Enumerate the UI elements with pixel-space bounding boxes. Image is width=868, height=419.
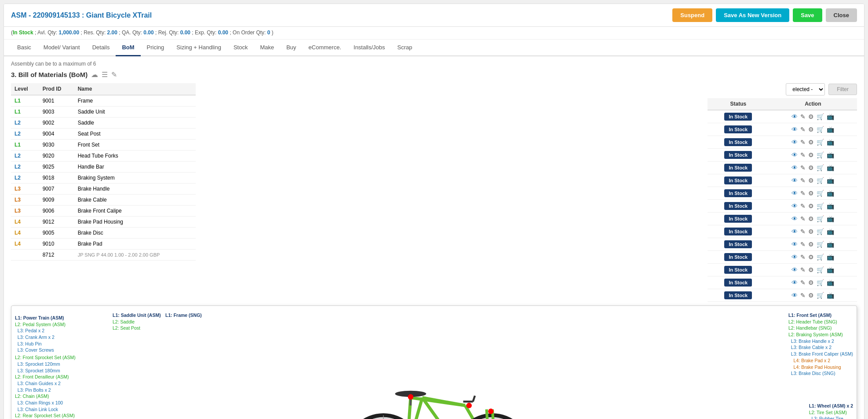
screen-icon[interactable]: 📺 [827, 190, 834, 197]
screen-icon[interactable]: 📺 [827, 292, 834, 299]
pencil-icon[interactable]: ✎ [800, 164, 806, 171]
pencil-icon[interactable]: ✎ [800, 139, 806, 146]
pencil-icon[interactable]: ✎ [800, 215, 806, 222]
pencil-icon[interactable]: ✎ [800, 190, 806, 197]
settings-icon[interactable]: ⚙ [808, 190, 814, 197]
filter-button[interactable]: Filter [828, 84, 857, 95]
pencil-icon[interactable]: ✎ [800, 254, 806, 261]
screen-icon[interactable]: 📺 [827, 177, 834, 184]
view-icon[interactable]: 👁 [791, 202, 798, 210]
cart-icon[interactable]: 🛒 [817, 151, 824, 158]
cart-icon[interactable]: 🛒 [817, 254, 824, 261]
tab-ecommerce[interactable]: eCommerce. [303, 40, 347, 56]
screen-icon[interactable]: 📺 [827, 139, 834, 146]
cart-icon[interactable]: 🛒 [817, 228, 824, 235]
selected-dropdown[interactable]: elected - [786, 83, 825, 96]
tab-make[interactable]: Make [254, 40, 280, 56]
list-icon[interactable]: ☰ [102, 70, 108, 79]
view-icon[interactable]: 👁 [791, 190, 798, 197]
view-icon[interactable]: 👁 [791, 113, 798, 120]
pencil-icon[interactable]: ✎ [800, 113, 806, 120]
screen-icon[interactable]: 📺 [827, 254, 834, 261]
view-icon[interactable]: 👁 [791, 266, 798, 273]
cart-icon[interactable]: 🛒 [817, 113, 824, 120]
screen-icon[interactable]: 📺 [827, 151, 834, 158]
cart-icon[interactable]: 🛒 [817, 164, 824, 171]
pencil-icon[interactable]: ✎ [800, 279, 806, 286]
tab-stock[interactable]: Stock [227, 40, 254, 56]
cart-icon[interactable]: 🛒 [817, 190, 824, 197]
settings-icon[interactable]: ⚙ [808, 139, 814, 146]
table-row: In Stock 👁 ✎ ⚙ 🛒 📺 [708, 174, 857, 187]
screen-icon[interactable]: 📺 [827, 279, 834, 286]
tab-pricing[interactable]: Pricing [141, 40, 171, 56]
cart-icon[interactable]: 🛒 [817, 215, 824, 222]
screen-icon[interactable]: 📺 [827, 202, 834, 210]
settings-icon[interactable]: ⚙ [808, 228, 814, 235]
tab-model-variant[interactable]: Model/ Variant [37, 40, 86, 56]
settings-icon[interactable]: ⚙ [808, 215, 814, 222]
view-icon[interactable]: 👁 [791, 254, 798, 261]
cart-icon[interactable]: 🛒 [817, 279, 824, 286]
tab-installs-jobs[interactable]: Installs/Jobs [347, 40, 391, 56]
cart-icon[interactable]: 🛒 [817, 292, 824, 299]
action-icons: 👁 ✎ ⚙ 🛒 📺 [773, 279, 853, 286]
tab-buy[interactable]: Buy [280, 40, 302, 56]
screen-icon[interactable]: 📺 [827, 113, 834, 120]
cart-icon[interactable]: 🛒 [817, 202, 824, 210]
settings-icon[interactable]: ⚙ [808, 266, 814, 273]
screen-icon[interactable]: 📺 [827, 266, 834, 273]
cart-icon[interactable]: 🛒 [817, 177, 824, 184]
suspend-button[interactable]: Suspend [672, 8, 712, 22]
settings-icon[interactable]: ⚙ [808, 254, 814, 261]
view-icon[interactable]: 👁 [791, 292, 798, 299]
pencil-icon[interactable]: ✎ [800, 266, 806, 273]
tab-sizing-handling[interactable]: Sizing + Handling [170, 40, 227, 56]
screen-icon[interactable]: 📺 [827, 215, 834, 222]
settings-icon[interactable]: ⚙ [808, 202, 814, 210]
tab-bom[interactable]: BoM [116, 40, 140, 56]
settings-icon[interactable]: ⚙ [808, 279, 814, 286]
pencil-icon[interactable]: ✎ [800, 292, 806, 299]
cart-icon[interactable]: 🛒 [817, 126, 824, 133]
tab-scrap[interactable]: Scrap [391, 40, 419, 56]
settings-icon[interactable]: ⚙ [808, 151, 814, 158]
pencil-icon[interactable]: ✎ [800, 228, 806, 235]
settings-icon[interactable]: ⚙ [808, 177, 814, 184]
screen-icon[interactable]: 📺 [827, 228, 834, 235]
view-icon[interactable]: 👁 [791, 151, 798, 158]
view-icon[interactable]: 👁 [791, 279, 798, 286]
header-buttons: Suspend Save As New Version Save Close [672, 8, 857, 22]
settings-icon[interactable]: ⚙ [808, 292, 814, 299]
view-icon[interactable]: 👁 [791, 177, 798, 184]
screen-icon[interactable]: 📺 [827, 126, 834, 133]
save-button[interactable]: Save [793, 8, 822, 22]
pencil-icon[interactable]: ✎ [800, 241, 806, 248]
close-button[interactable]: Close [826, 8, 857, 22]
view-icon[interactable]: 👁 [791, 215, 798, 222]
save-as-new-version-button[interactable]: Save As New Version [716, 8, 789, 22]
view-icon[interactable]: 👁 [791, 241, 798, 248]
screen-icon[interactable]: 📺 [827, 241, 834, 248]
tab-basic[interactable]: Basic [11, 40, 37, 56]
view-icon[interactable]: 👁 [791, 139, 798, 146]
view-icon[interactable]: 👁 [791, 228, 798, 235]
view-icon[interactable]: 👁 [791, 126, 798, 133]
cart-icon[interactable]: 🛒 [817, 241, 824, 248]
pencil-icon[interactable]: ✎ [800, 126, 806, 133]
table-row: L2 9004 Seat Post [11, 129, 196, 140]
cloud-icon[interactable]: ☁ [91, 70, 98, 79]
cart-icon[interactable]: 🛒 [817, 139, 824, 146]
pencil-icon[interactable]: ✎ [800, 202, 806, 210]
tab-details[interactable]: Details [86, 40, 116, 56]
view-icon[interactable]: 👁 [791, 164, 798, 171]
settings-icon[interactable]: ⚙ [808, 241, 814, 248]
settings-icon[interactable]: ⚙ [808, 113, 814, 120]
pencil-icon[interactable]: ✎ [800, 177, 806, 184]
pencil-icon[interactable]: ✎ [800, 151, 806, 158]
screen-icon[interactable]: 📺 [827, 164, 834, 171]
settings-icon[interactable]: ⚙ [808, 164, 814, 171]
edit-icon[interactable]: ✎ [111, 70, 117, 79]
settings-icon[interactable]: ⚙ [808, 126, 814, 133]
cart-icon[interactable]: 🛒 [817, 266, 824, 273]
